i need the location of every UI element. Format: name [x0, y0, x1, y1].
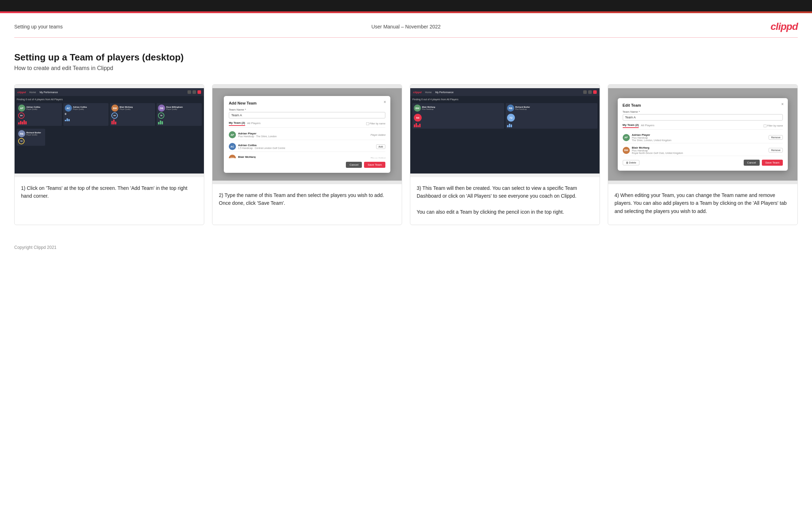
modal4-team-name-input[interactable]: Team A — [623, 114, 783, 121]
mock-nav-icon-1 — [188, 90, 191, 94]
mock-nav-myperf: My Performance — [39, 91, 58, 94]
mock-nav3-close — [593, 90, 597, 94]
modal4-avatar-1: AP — [623, 134, 630, 141]
modal-close-2[interactable]: × — [384, 100, 386, 105]
mock-nav3-teams: My Performance — [435, 91, 453, 94]
tb5 — [507, 125, 508, 127]
mock-tp1-bars — [414, 122, 503, 127]
mock-tp2-avatar: RB — [507, 105, 514, 112]
mock-tp1-sub: Plus Handicap — [422, 108, 435, 110]
modal-cancel-btn[interactable]: Cancel — [346, 162, 362, 168]
mock-tp2: RB Richard Butler Plus Handicap 72 — [506, 103, 597, 129]
modal4-p1-detail: Plus Handicap — [632, 137, 767, 139]
modal-tab-myteam[interactable]: My Team (2) — [229, 121, 245, 126]
mock-tp1-avatar: BM — [414, 105, 421, 112]
mock-tp1-scores: 94 — [414, 114, 503, 122]
modal-p2-add-btn[interactable]: Add — [376, 144, 385, 149]
filter-checkbox[interactable] — [366, 122, 369, 125]
mock-p2-score: 0 — [65, 112, 107, 116]
mock-player-card-4: DB Dave Billingham Player Quality 78 — [157, 103, 202, 126]
modal-close-4[interactable]: × — [781, 102, 784, 107]
modal-p3-status: Player Added — [370, 157, 385, 159]
b8 — [68, 119, 70, 121]
modal-p2-name: Adrian Coliba — [238, 144, 374, 147]
modal4-delete-btn[interactable]: 🗑 Delete — [623, 160, 639, 165]
modal-p3-name: Blair McHarg — [238, 155, 368, 158]
modal4-tab-myteam[interactable]: My Team (2) — [623, 123, 639, 128]
mock-tp1-circle: 94 — [414, 114, 422, 122]
modal-avatar-3: BM — [229, 155, 236, 158]
tb4 — [419, 124, 421, 127]
b14 — [162, 121, 163, 124]
trash-icon: 🗑 — [626, 161, 628, 164]
b4 — [23, 120, 25, 124]
mock-player-card-5: RB Richard Butler Player Quality 72 — [17, 129, 45, 146]
mock-nav-3: clippd Home My Performance — [410, 88, 600, 96]
mock-dashboard-1: clippd Home My Performance Finding 6 out… — [15, 88, 204, 174]
b10 — [113, 119, 115, 124]
modal4-cancel-btn[interactable]: Cancel — [744, 160, 760, 166]
modal4-p2-remove-btn[interactable]: Remove — [769, 148, 783, 153]
mock-nav3-icon-1 — [583, 90, 587, 94]
card-2: Add New Team × Team Name * Team A My Tea… — [212, 84, 402, 225]
modal-p1-name: Adrian Player — [238, 132, 368, 135]
mock-p5-score: 72 — [18, 138, 25, 144]
mock-players-row-3: BM Blair McHarg Plus Handicap 94 — [412, 103, 597, 129]
mock-p4-score: 78 — [158, 112, 164, 119]
b5 — [25, 121, 27, 124]
b11 — [115, 122, 116, 124]
header-center-text: User Manual – November 2022 — [371, 24, 441, 30]
mock-p1-sub: Player Quality — [26, 108, 40, 110]
modal4-team-name-label: Team Name * — [623, 110, 783, 113]
modal-save-btn[interactable]: Save Team — [364, 162, 385, 168]
mock-players-row-2: RB Richard Butler Player Quality 72 — [17, 129, 202, 146]
modal4-p2-detail: Plus Handicap — [632, 149, 767, 152]
modal-player-info-2: Adrian Coliba 1.5 Handicap · Central Lon… — [238, 144, 374, 149]
modal-footer-2: Cancel Save Team — [229, 162, 385, 168]
top-bar — [0, 0, 812, 11]
modal-team-name-input[interactable]: Team A — [229, 112, 385, 118]
mock-p1-bars — [18, 119, 60, 124]
modal4-filter: Filter by name — [764, 124, 783, 127]
card-1-screenshot: clippd Home My Performance Finding 6 out… — [15, 85, 204, 177]
header-left-text: Setting up your teams — [14, 24, 63, 30]
clippd-logo: clippd — [771, 21, 798, 32]
modal-filter: Filter by name — [366, 122, 385, 125]
b7 — [67, 118, 68, 121]
mock-nav-home: Home — [30, 91, 36, 94]
tb7 — [511, 124, 512, 127]
b12 — [158, 122, 159, 124]
b1 — [18, 122, 20, 124]
modal4-p2-name: Blair McHarg — [632, 146, 767, 149]
mock-content-1: Finding 6 out of 4 players from All Play… — [15, 96, 204, 148]
mock-avatar-3: BM — [111, 105, 118, 112]
modal-title-2: Add New Team — [229, 101, 385, 105]
mock-logo-3: clippd — [413, 91, 422, 94]
mock-p4-bars — [158, 119, 200, 124]
modal4-save-btn[interactable]: Save Team — [762, 160, 783, 166]
modal4-p1-detail2: The Shire, London, United Kingdom — [632, 139, 767, 142]
mock-section-1: Finding 6 out of 4 players from All Play… — [17, 98, 202, 101]
mock-nav-icon-2 — [193, 90, 196, 94]
b13 — [160, 121, 161, 124]
modal4-tab-allplayers[interactable]: All Players — [641, 124, 654, 128]
cards-row: clippd Home My Performance Finding 6 out… — [14, 84, 798, 225]
modal-player-info-3: Blair McHarg Plus Handicap · Royal North… — [238, 155, 368, 158]
filter4-checkbox[interactable] — [764, 124, 766, 127]
mock-modal-bg-2: Add New Team × Team Name * Team A My Tea… — [212, 88, 402, 181]
page-footer: Copyright Clippd 2021 — [0, 239, 812, 256]
card-1-text: 1) Click on 'Teams' at the top of the sc… — [15, 177, 204, 209]
mock-tp2-bars — [507, 122, 596, 127]
mock-player-card-2: AC Adrian Coliba Player Quality 0 — [63, 103, 109, 126]
main-content: Setting up a Team of players (desktop) H… — [0, 38, 812, 239]
card-3-text: 3) This Team will then be created. You c… — [410, 177, 600, 225]
modal-tab-allplayers[interactable]: All Players — [247, 122, 261, 126]
modal4-p1-remove-btn[interactable]: Remove — [769, 135, 783, 140]
mock-nav-1: clippd Home My Performance — [15, 88, 204, 96]
mock-modal-bg-4: Edit Team × Team Name * Team A My Team (… — [608, 88, 797, 181]
modal4-p1-name: Adrian Player — [632, 133, 767, 137]
modal-title-4: Edit Team — [623, 103, 783, 107]
modal-player-list: AP Adrian Player Plus Handicap · The Shi… — [229, 130, 385, 158]
modal4-tabs: My Team (2) All Players Filter by name — [623, 123, 783, 130]
modal4-avatar-2: BM — [623, 147, 630, 154]
